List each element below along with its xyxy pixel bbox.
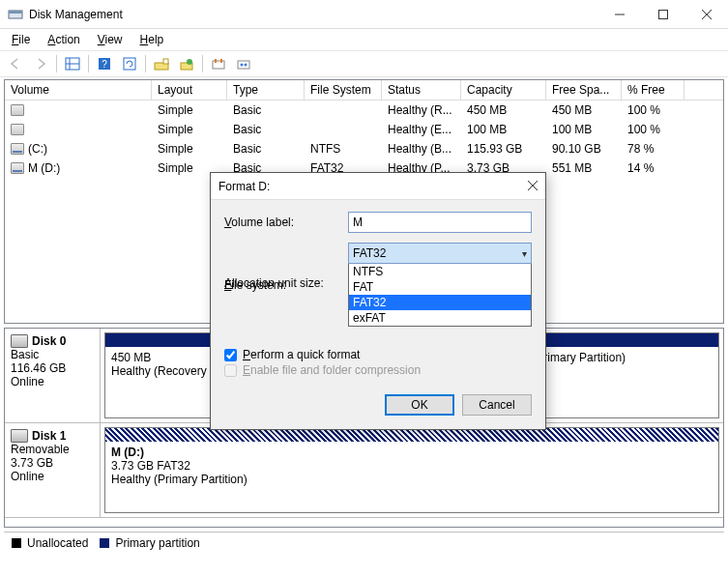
toolbar-separator [88, 55, 89, 72]
minimize-button[interactable] [597, 0, 641, 29]
col-volume[interactable]: Volume [5, 80, 152, 101]
svg-rect-13 [163, 59, 168, 64]
back-button [4, 53, 27, 74]
partition-header [446, 333, 718, 347]
svg-text:?: ? [102, 59, 107, 70]
table-row[interactable]: SimpleBasicHealthy (R...450 MB450 MB100 … [5, 101, 723, 120]
svg-rect-3 [658, 10, 667, 18]
legend-swatch-unallocated [12, 538, 21, 548]
close-button[interactable] [684, 0, 728, 29]
drive-icon [11, 162, 24, 174]
col-spacer [684, 80, 723, 101]
titlebar: Disk Management [0, 0, 728, 29]
toolbar-separator [145, 55, 146, 72]
partition-header [105, 428, 718, 442]
partition-header [105, 333, 378, 347]
action1-button[interactable] [150, 53, 173, 74]
table-row[interactable]: M (D:)SimpleBasicFAT32Healthy (P...3.73 … [5, 158, 723, 178]
volume-name: M (D:) [28, 161, 60, 175]
menu-view[interactable]: View [90, 31, 131, 48]
menu-help[interactable]: Help [132, 31, 172, 48]
svg-point-19 [245, 64, 248, 67]
disk-icon [11, 429, 28, 443]
volume-list-header: Volume Layout Type File System Status Ca… [5, 80, 723, 101]
svg-rect-11 [124, 58, 135, 70]
col-free[interactable]: Free Spa... [546, 80, 622, 101]
disk-partitions: M (D:)3.73 GB FAT32Healthy (Primary Part… [101, 423, 723, 517]
volume-list[interactable]: Volume Layout Type File System Status Ca… [4, 79, 724, 324]
drive-icon [11, 143, 24, 155]
table-row[interactable]: SimpleBasicHealthy (E...100 MB100 MB100 … [5, 120, 723, 139]
toolbar-separator [56, 55, 57, 72]
legend-swatch-primary [100, 538, 109, 548]
legend: Unallocated Primary partition [4, 532, 724, 553]
svg-point-15 [187, 59, 192, 65]
app-icon [8, 7, 23, 22]
disk-icon [11, 334, 28, 348]
partition-body: M (D:)3.73 GB FAT32Healthy (Primary Part… [105, 442, 718, 512]
partition[interactable]: 450 MBHealthy (Recovery P [104, 332, 379, 418]
partition-body: e, Crash Dump, Primary Partition) [446, 347, 718, 417]
disk-row: Disk 0Basic116.46 GBOnline450 MBHealthy … [5, 329, 723, 423]
legend-primary: Primary partition [115, 536, 199, 550]
legend-unallocated: Unallocated [27, 536, 88, 550]
disk-row: Disk 1Removable3.73 GBOnlineM (D:)3.73 G… [5, 423, 723, 518]
drive-icon [11, 124, 24, 135]
svg-point-18 [241, 64, 244, 67]
table-row[interactable]: (C:)SimpleBasicNTFSHealthy (B...115.93 G… [5, 139, 723, 158]
help-button[interactable]: ? [93, 53, 116, 74]
partition-body: 450 MBHealthy (Recovery P [105, 347, 378, 417]
show-hide-panels-button[interactable] [61, 53, 84, 74]
refresh-button[interactable] [118, 53, 141, 74]
col-layout[interactable]: Layout [152, 80, 227, 101]
toolbar-separator [202, 55, 203, 72]
col-capacity[interactable]: Capacity [461, 80, 546, 101]
toolbar: ? [0, 50, 728, 77]
disk-info: Disk 1Removable3.73 GBOnline [5, 423, 101, 517]
svg-rect-17 [238, 61, 249, 69]
menu-action[interactable]: Action [40, 31, 87, 48]
col-type[interactable]: Type [227, 80, 305, 101]
settings2-button[interactable] [232, 53, 255, 74]
settings1-button[interactable] [207, 53, 230, 74]
disk-info: Disk 0Basic116.46 GBOnline [5, 329, 101, 422]
partition[interactable]: M (D:)3.73 GB FAT32Healthy (Primary Part… [104, 427, 719, 513]
disk-map: Disk 0Basic116.46 GBOnline450 MBHealthy … [4, 328, 724, 528]
forward-button [29, 53, 52, 74]
window-title: Disk Management [29, 8, 597, 21]
disk-partitions: 450 MBHealthy (Recovery Pe, Crash Dump, … [101, 329, 723, 422]
drive-icon [11, 104, 24, 116]
partition[interactable]: e, Crash Dump, Primary Partition) [445, 332, 719, 418]
col-status[interactable]: Status [382, 80, 461, 101]
volume-name: (C:) [28, 142, 47, 156]
maximize-button[interactable] [641, 0, 684, 29]
menubar: File Action View Help [0, 29, 728, 50]
svg-rect-1 [9, 11, 22, 14]
svg-rect-16 [213, 61, 224, 69]
col-pctfree[interactable]: % Free [622, 80, 684, 101]
action2-button[interactable] [175, 53, 198, 74]
menu-file[interactable]: File [4, 31, 38, 48]
col-filesystem[interactable]: File System [305, 80, 382, 101]
